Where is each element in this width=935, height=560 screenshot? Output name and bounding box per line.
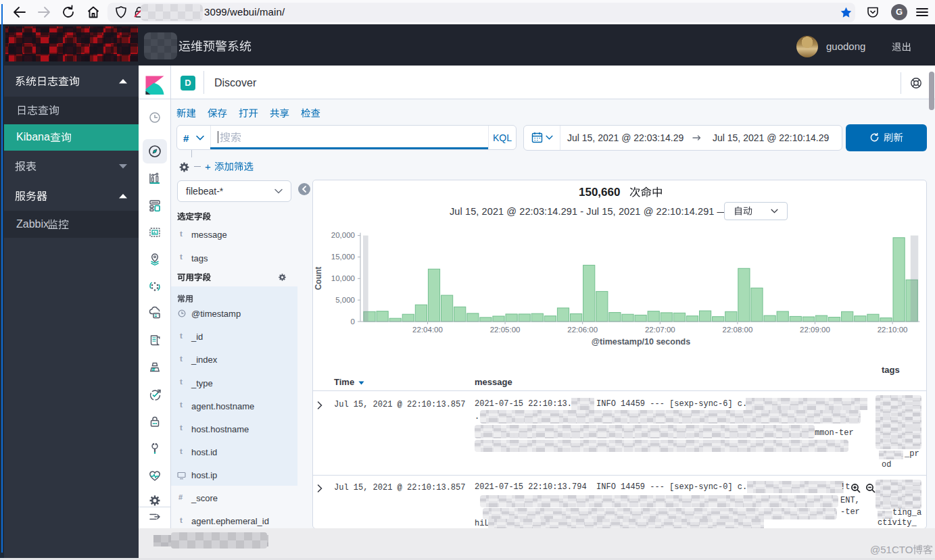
svg-text:22:10:00: 22:10:00: [878, 326, 908, 334]
svg-text:15,000: 15,000: [331, 253, 355, 261]
svg-text:22:06:00: 22:06:00: [567, 326, 598, 334]
svg-text:0: 0: [351, 317, 355, 326]
svg-text:Count: Count: [314, 267, 323, 290]
svg-text:22:09:00: 22:09:00: [800, 326, 830, 334]
svg-text:22:07:00: 22:07:00: [645, 326, 675, 334]
svg-text:5,000: 5,000: [335, 296, 355, 304]
svg-text:@timestamp/10 seconds: @timestamp/10 seconds: [592, 337, 690, 347]
svg-text:10,000: 10,000: [331, 274, 355, 282]
svg-text:22:05:00: 22:05:00: [490, 326, 521, 334]
svg-text:22:08:00: 22:08:00: [723, 326, 753, 334]
svg-text:22:04:00: 22:04:00: [412, 326, 443, 334]
svg-text:20,000: 20,000: [331, 231, 355, 239]
